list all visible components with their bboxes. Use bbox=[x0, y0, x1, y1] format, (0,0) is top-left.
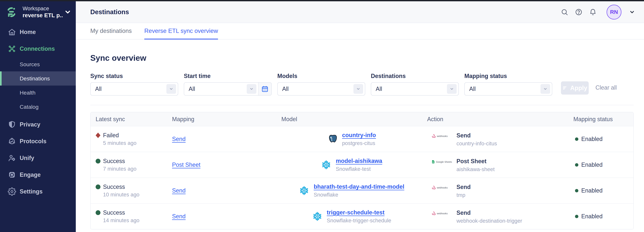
start-time-select[interactable]: All bbox=[184, 83, 258, 95]
protocols-icon bbox=[8, 137, 16, 146]
model-source-text: Snowflake-test bbox=[336, 166, 382, 172]
mapping-status-text: Enabled bbox=[581, 213, 602, 220]
model-link[interactable]: model-aishikawa bbox=[336, 158, 382, 164]
main-area: Destinations RN My destinations Reverse … bbox=[76, 1, 644, 232]
sidebar-item-sources[interactable]: Sources bbox=[0, 57, 76, 71]
sidebar-item-connections[interactable]: Connections bbox=[0, 40, 76, 57]
unify-icon bbox=[8, 154, 16, 162]
filters-divider bbox=[90, 105, 634, 105]
workspace-switcher[interactable]: Workspace reverse ETL p... bbox=[0, 1, 76, 22]
sync-time-text: 14 minutes ago bbox=[103, 217, 167, 224]
tab-reverse-etl-sync-overview[interactable]: Reverse ETL sync overview bbox=[144, 23, 218, 39]
sidebar-item-label: Connections bbox=[20, 45, 55, 52]
sidebar-item-settings[interactable]: Settings bbox=[0, 183, 76, 200]
sidebar: Workspace reverse ETL p... Home Connecti… bbox=[0, 1, 76, 232]
mapping-link[interactable]: Send bbox=[172, 187, 276, 194]
rudderstack-logo-icon bbox=[6, 7, 17, 17]
mapping-status-select[interactable]: All bbox=[464, 82, 552, 96]
action-cell: webhooks Send webhook-destination-trigge… bbox=[422, 204, 568, 229]
calendar-picker-button[interactable] bbox=[258, 83, 271, 95]
sync-status-text: Failed bbox=[103, 132, 119, 139]
sidebar-item-engage[interactable]: Engage bbox=[0, 166, 76, 183]
notifications-bell-icon[interactable] bbox=[589, 8, 596, 16]
sync-time-text: 7 minutes ago bbox=[103, 166, 167, 172]
model-cell: trigger-schedule-test Snowflake-trigger-… bbox=[276, 204, 422, 229]
mapping-link[interactable]: Send bbox=[172, 213, 276, 220]
app-root: Workspace reverse ETL p... Home Connecti… bbox=[0, 1, 644, 232]
mapping-link[interactable]: Send bbox=[172, 136, 276, 142]
destination-brand-badge: webhooks bbox=[431, 211, 452, 216]
table-row: Success 10 minutes ago Send bharath-test… bbox=[90, 178, 633, 203]
sidebar-item-catalog[interactable]: Catalog bbox=[0, 100, 76, 114]
help-icon[interactable] bbox=[575, 8, 582, 16]
mapping-cell: Send bbox=[167, 204, 276, 229]
mapping-status-cell: Enabled bbox=[568, 204, 633, 229]
sidebar-item-privacy[interactable]: Privacy bbox=[0, 116, 76, 133]
table-row: Success 14 minutes ago Send trigger-sche… bbox=[90, 203, 633, 229]
enabled-status-dot bbox=[575, 137, 578, 141]
workspace-eyebrow: Workspace bbox=[22, 5, 63, 12]
sidebar-nav: Home Connections Sources Destinations He… bbox=[0, 24, 76, 200]
column-header-mapping-status: Mapping status bbox=[568, 116, 633, 123]
sync-overview-table: Latest sync Mapping Model Action Mapping… bbox=[90, 112, 634, 230]
model-cell: bharath-test-day-and-time-model Snowflak… bbox=[276, 178, 422, 203]
calendar-icon bbox=[261, 85, 269, 93]
models-select[interactable]: All bbox=[277, 82, 365, 96]
model-link[interactable]: trigger-schedule-test bbox=[327, 209, 391, 216]
mapping-status-cell: Enabled bbox=[568, 152, 633, 178]
webhooks-icon bbox=[431, 185, 436, 190]
sync-status-select[interactable]: All bbox=[90, 82, 178, 96]
filter-start-time: Start time All bbox=[184, 73, 272, 96]
sidebar-item-unify[interactable]: Unify bbox=[0, 150, 76, 166]
tab-my-destinations[interactable]: My destinations bbox=[90, 23, 132, 39]
clear-all-link[interactable]: Clear all bbox=[596, 84, 617, 91]
sync-status-icon bbox=[96, 133, 100, 138]
mapping-cell: Post Sheet bbox=[167, 152, 276, 178]
destination-brand-label: Google Sheets bbox=[436, 161, 452, 163]
sync-overview-heading: Sync overview bbox=[90, 53, 634, 63]
model-cell: model-aishikawa Snowflake-test bbox=[276, 152, 422, 178]
content: Sync overview Sync status All Start time… bbox=[76, 39, 644, 230]
window-top-edge bbox=[0, 0, 644, 1]
workspace-chevron-down-icon[interactable] bbox=[64, 8, 71, 16]
destinations-select[interactable]: All bbox=[371, 82, 459, 96]
column-header-mapping: Mapping bbox=[167, 116, 276, 123]
sync-status-icon bbox=[96, 185, 100, 189]
sidebar-item-protocols[interactable]: Protocols bbox=[0, 133, 76, 150]
topbar: Destinations RN bbox=[76, 1, 644, 23]
enabled-status-dot bbox=[575, 215, 578, 218]
action-cell: webhooks Send tmp bbox=[422, 178, 568, 203]
engage-icon bbox=[8, 171, 16, 179]
table-body: Failed 5 minutes ago Send country-info p… bbox=[90, 126, 633, 229]
model-source-text: Snowflake bbox=[314, 192, 404, 198]
model-cell: country-info postgres-citus bbox=[276, 126, 422, 152]
page-title: Destinations bbox=[90, 8, 129, 16]
action-title: Send bbox=[456, 210, 522, 216]
filter-models: Models All bbox=[277, 73, 365, 96]
tab-bar: My destinations Reverse ETL sync overvie… bbox=[76, 23, 644, 39]
sidebar-item-destinations[interactable]: Destinations bbox=[0, 71, 76, 86]
avatar-chevron-down-icon[interactable] bbox=[629, 9, 635, 15]
mapping-link[interactable]: Post Sheet bbox=[172, 161, 276, 168]
mapping-cell: Send bbox=[167, 126, 276, 152]
column-header-action: Action bbox=[422, 116, 568, 123]
column-header-latest-sync: Latest sync bbox=[90, 116, 167, 123]
filter-bar: Sync status All Start time All bbox=[90, 73, 634, 96]
destination-brand-label: webhooks bbox=[437, 135, 448, 137]
avatar[interactable]: RN bbox=[606, 5, 622, 19]
search-icon[interactable] bbox=[561, 8, 568, 16]
mapping-status-text: Enabled bbox=[581, 136, 602, 142]
model-link[interactable]: country-info bbox=[342, 132, 376, 139]
model-link[interactable]: bharath-test-day-and-time-model bbox=[314, 183, 404, 190]
chevron-down-icon bbox=[540, 84, 550, 94]
latest-sync-cell: Success 14 minutes ago bbox=[90, 204, 167, 229]
connections-icon bbox=[8, 45, 16, 53]
destination-brand-label: webhooks bbox=[437, 186, 448, 189]
sidebar-item-health[interactable]: Health bbox=[0, 86, 76, 100]
action-cell: webhooks Send country-info-citus bbox=[422, 126, 568, 152]
snowflake-icon bbox=[299, 186, 309, 196]
sidebar-item-home[interactable]: Home bbox=[0, 24, 76, 40]
mapping-cell: Send bbox=[167, 178, 276, 203]
action-title: Send bbox=[456, 132, 497, 139]
apply-button[interactable]: Apply bbox=[561, 81, 589, 95]
